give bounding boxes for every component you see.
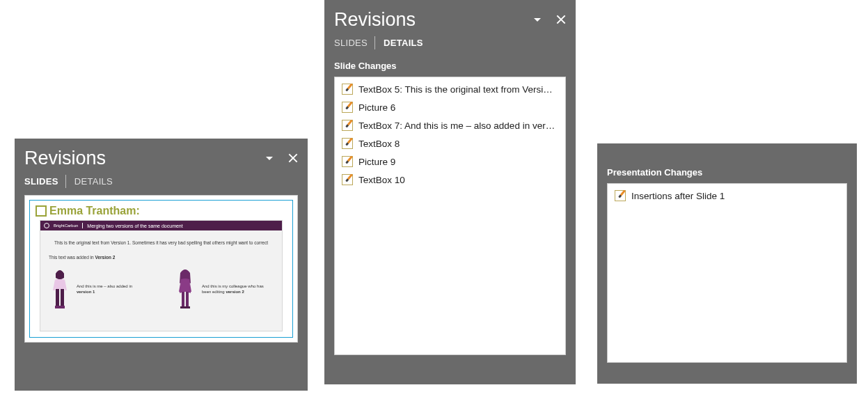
mini-slide-titlebar: BrightCarbon Merging two versions of the… xyxy=(40,221,282,230)
pane-title: Revisions xyxy=(334,9,534,31)
mini-slide-body: This is the original text from Version 1… xyxy=(40,230,282,329)
change-item-label: Picture 6 xyxy=(358,102,558,113)
pane-menu-chevron-icon[interactable] xyxy=(266,157,273,160)
slide-changes-list: TextBox 5: This is the original text fro… xyxy=(335,77,565,191)
author-checkbox[interactable] xyxy=(35,205,47,217)
change-item[interactable]: TextBox 7: And this is me – also added i… xyxy=(335,116,565,134)
mini-text-2: This text was added in Version 2 xyxy=(49,255,274,260)
edit-icon xyxy=(615,190,626,201)
pane-tabs: SLIDES DETAILS xyxy=(324,33,576,56)
svg-rect-5 xyxy=(60,306,65,308)
edit-icon xyxy=(342,156,353,167)
pane-close-icon[interactable] xyxy=(288,153,298,163)
svg-rect-4 xyxy=(55,306,60,308)
change-item-label: TextBox 10 xyxy=(358,175,558,185)
svg-rect-3 xyxy=(61,289,64,306)
revisions-pane-details: Revisions SLIDES DETAILS Slide Changes T… xyxy=(324,0,576,384)
change-item-label: Picture 9 xyxy=(358,157,558,167)
pane-menu-chevron-icon[interactable] xyxy=(534,18,541,22)
svg-rect-10 xyxy=(185,306,190,308)
author-name: Emma Trantham: xyxy=(49,205,140,217)
pane-title: Revisions xyxy=(24,148,266,169)
person-icon xyxy=(174,269,196,310)
svg-rect-2 xyxy=(56,289,59,306)
brand-name: BrightCarbon xyxy=(54,224,78,228)
edit-icon xyxy=(342,84,353,95)
change-item[interactable]: TextBox 10 xyxy=(335,171,565,189)
slides-preview-box: Emma Trantham: BrightCarbon Merging two … xyxy=(24,195,298,343)
figure-1: And this is me – also added in version 1 xyxy=(49,269,139,310)
brand-logo-icon xyxy=(44,223,49,228)
presentation-changes-label: Presentation Changes xyxy=(597,163,857,183)
mini-slide: BrightCarbon Merging two versions of the… xyxy=(40,220,283,331)
tab-slides[interactable]: SLIDES xyxy=(334,36,374,49)
figure-1-label: And this is me – also added in version 1 xyxy=(77,284,139,295)
change-item-label: TextBox 5: This is the original text fro… xyxy=(358,84,558,95)
tab-details[interactable]: DETAILS xyxy=(374,36,430,49)
revisions-pane-presentation-changes: Presentation Changes Insertions after Sl… xyxy=(597,143,857,384)
change-item-label: TextBox 7: And this is me – also added i… xyxy=(358,120,558,131)
change-item[interactable]: Picture 9 xyxy=(335,152,565,171)
change-item-label: Insertions after Slide 1 xyxy=(631,191,839,201)
presentation-changes-box: Insertions after Slide 1 xyxy=(607,183,847,363)
svg-rect-1 xyxy=(55,279,65,289)
presentation-changes-list: Insertions after Slide 1 xyxy=(608,184,846,208)
change-item[interactable]: Insertions after Slide 1 xyxy=(608,187,846,205)
svg-rect-8 xyxy=(186,292,189,307)
slide-changes-label: Slide Changes xyxy=(324,56,576,77)
change-item[interactable]: Picture 6 xyxy=(335,98,565,116)
mini-text-1: This is the original text from Version 1… xyxy=(49,240,274,245)
svg-rect-9 xyxy=(180,306,185,308)
author-row: Emma Trantham: xyxy=(35,205,287,217)
slide-changes-box: TextBox 5: This is the original text fro… xyxy=(334,77,566,355)
pane-tabs: SLIDES DETAILS xyxy=(15,172,308,195)
edit-icon xyxy=(342,138,353,149)
pane-header: Revisions xyxy=(15,139,308,172)
pane-header: Revisions xyxy=(324,0,576,33)
figure-2: And this is my colleague who has been ed… xyxy=(174,269,265,310)
figure-2-label: And this is my colleague who has been ed… xyxy=(202,284,265,295)
revisions-pane-slides: Revisions SLIDES DETAILS Emma Trantham: … xyxy=(15,139,308,391)
pane-close-icon[interactable] xyxy=(556,15,566,24)
edit-icon xyxy=(342,174,353,185)
svg-rect-7 xyxy=(182,292,184,307)
edit-icon xyxy=(342,102,353,113)
change-item-label: TextBox 8 xyxy=(358,139,558,149)
change-item[interactable]: TextBox 8 xyxy=(335,134,565,152)
tab-slides[interactable]: SLIDES xyxy=(24,175,65,188)
slide-thumbnail[interactable]: Emma Trantham: BrightCarbon Merging two … xyxy=(29,200,293,338)
title-divider xyxy=(82,223,83,228)
mini-slide-title: Merging two versions of the same documen… xyxy=(87,224,182,228)
tab-details[interactable]: DETAILS xyxy=(65,175,120,188)
change-item[interactable]: TextBox 5: This is the original text fro… xyxy=(335,80,565,98)
edit-icon xyxy=(342,120,353,131)
person-icon xyxy=(49,269,71,310)
